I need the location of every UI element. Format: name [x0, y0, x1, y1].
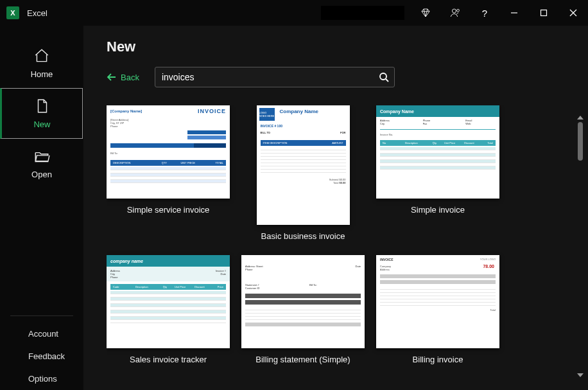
template-label: Simple service invoice	[127, 205, 210, 215]
scroll-thumb[interactable]	[578, 122, 583, 161]
template-simple-invoice[interactable]: Company Name AddressCityPhoneFaxEmailWeb…	[376, 105, 499, 241]
template-label: Simple invoice	[411, 205, 465, 215]
back-link[interactable]: Back	[107, 73, 139, 82]
template-thumbnail: LOGO GOES HERECompany Name INVOICE # 100…	[257, 105, 350, 225]
template-basic-business-invoice[interactable]: LOGO GOES HERECompany Name INVOICE # 100…	[241, 105, 365, 241]
template-label: Basic business invoice	[261, 231, 345, 241]
template-search-input[interactable]	[155, 72, 374, 82]
svg-line-7	[386, 79, 388, 82]
sidebar-item-label: Open	[31, 170, 52, 179]
sidebar-item-options[interactable]: Options	[0, 368, 83, 390]
excel-app-icon: X	[6, 6, 19, 19]
template-thumbnail: Your Company Name Address: StreetPhoneDa…	[241, 255, 365, 348]
template-thumbnail: Company Name AddressCityPhoneFaxEmailWeb…	[376, 105, 499, 199]
minimize-button[interactable]	[499, 0, 529, 26]
sidebar: Home New Open Account Feedback Options	[0, 26, 83, 390]
template-thumbnail: [Company Name]INVOICE [Street Address]Ci…	[107, 105, 230, 199]
scroll-track[interactable]	[578, 122, 583, 371]
main-panel: New Back [Compa	[83, 26, 588, 390]
sidebar-item-open[interactable]: Open	[0, 139, 83, 188]
sidebar-item-home[interactable]: Home	[0, 39, 83, 88]
arrow-left-icon	[107, 73, 117, 82]
template-label: Billing statement (Simple)	[255, 355, 350, 364]
template-thumbnail: company name AddressCityPhoneInvoice #Da…	[107, 255, 230, 348]
sidebar-item-account[interactable]: Account	[0, 323, 83, 345]
sidebar-item-new[interactable]: New	[0, 88, 83, 139]
vertical-scrollbar[interactable]	[575, 116, 585, 377]
close-button[interactable]	[558, 0, 588, 26]
template-label: Sales invoice tracker	[130, 355, 207, 364]
sidebar-item-feedback[interactable]: Feedback	[0, 345, 83, 368]
page-title: New	[107, 39, 569, 55]
template-search-box	[155, 67, 395, 87]
back-label: Back	[121, 73, 139, 82]
open-folder-icon	[33, 148, 50, 164]
account-manager-icon[interactable]	[440, 0, 470, 26]
help-button[interactable]: ?	[470, 0, 499, 26]
home-icon	[33, 48, 50, 64]
titlebar: X Excel ?	[0, 0, 588, 26]
account-area-redacted	[321, 6, 404, 20]
template-label: Billing invoice	[413, 355, 463, 364]
template-billing-invoice[interactable]: INVOICEYOUR LOGO 78.00 CompanyAddress To…	[376, 255, 499, 364]
sidebar-item-label: New	[33, 120, 50, 129]
template-simple-service-invoice[interactable]: [Company Name]INVOICE [Street Address]Ci…	[107, 105, 230, 241]
new-file-icon	[34, 98, 51, 114]
svg-point-6	[380, 73, 386, 80]
svg-point-1	[457, 9, 460, 12]
template-sales-invoice-tracker[interactable]: company name AddressCityPhoneInvoice #Da…	[107, 255, 230, 364]
search-icon	[379, 72, 389, 82]
svg-rect-3	[541, 10, 547, 16]
template-thumbnail: INVOICEYOUR LOGO 78.00 CompanyAddress To…	[376, 255, 499, 348]
template-billing-statement-simple[interactable]: Your Company Name Address: StreetPhoneDa…	[241, 255, 365, 364]
template-results: [Company Name]INVOICE [Street Address]Ci…	[107, 105, 569, 390]
app-name: Excel	[27, 8, 48, 18]
maximize-button[interactable]	[529, 0, 558, 26]
svg-point-0	[453, 9, 456, 13]
search-button[interactable]	[374, 67, 394, 87]
sidebar-item-label: Home	[31, 69, 53, 79]
scroll-down-arrow[interactable]	[577, 373, 584, 377]
scroll-up-arrow[interactable]	[577, 116, 584, 120]
premium-icon[interactable]	[411, 0, 440, 26]
